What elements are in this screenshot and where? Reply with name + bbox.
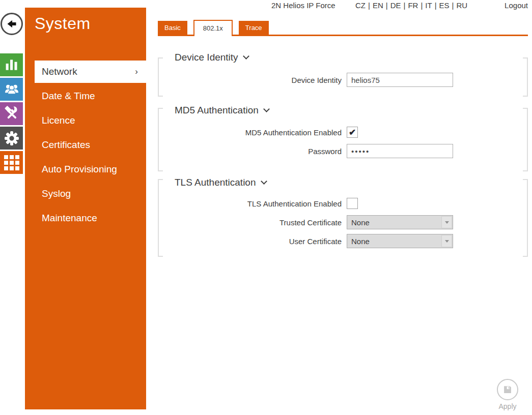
language-separator: | (452, 1, 454, 10)
floppy-disk-icon (502, 384, 513, 395)
section-title: Device Identity (175, 52, 238, 63)
device-identity-label: Device Identity (158, 76, 342, 84)
password-row: Password (158, 144, 453, 158)
sidebar: System Network › Date & Time Licence Cer… (25, 8, 146, 409)
language-link-ru[interactable]: RU (456, 1, 467, 10)
section-heading-tls-authentication[interactable]: TLS Authentication (175, 176, 266, 189)
left-arrow-icon (6, 18, 18, 30)
checkmark-icon: ✔ (349, 128, 356, 137)
device-identity-row: Device Identity (158, 73, 453, 87)
language-switcher: CZ|EN|DE|FR|IT|ES|RU (355, 1, 467, 10)
md5-enabled-label: MD5 Authentication Enabled (158, 128, 342, 137)
user-certificate-label: User Certificate (158, 237, 342, 246)
trusted-certificate-select[interactable]: None (347, 215, 453, 229)
sidebar-item-network[interactable]: Network › (35, 61, 146, 83)
apply-button[interactable]: Apply (489, 379, 526, 410)
section-heading-device-identity[interactable]: Device Identity (175, 51, 248, 64)
bar-chart-icon[interactable] (0, 53, 23, 76)
language-link-fr[interactable]: FR (408, 1, 418, 10)
md5-enabled-row: MD5 Authentication Enabled ✔ (158, 127, 358, 138)
grid-icon[interactable] (0, 151, 23, 174)
chevron-down-icon (243, 53, 249, 60)
language-separator: | (386, 1, 388, 10)
tab-basic[interactable]: Basic (158, 21, 187, 35)
chevron-down-icon (263, 106, 270, 112)
sidebar-item-licence[interactable]: Licence (35, 109, 146, 132)
chevron-down-icon (261, 178, 267, 185)
trusted-certificate-row: Trusted Certificate None (158, 215, 453, 229)
tab-bar: Basic 802.1x Trace (158, 19, 528, 36)
language-link-en[interactable]: EN (373, 1, 383, 10)
back-button[interactable] (1, 13, 23, 35)
sidebar-item-syslog[interactable]: Syslog (35, 183, 146, 205)
dropdown-arrow-icon (441, 235, 452, 247)
tls-enabled-row: TLS Authentication Enabled (158, 198, 358, 209)
language-link-cz[interactable]: CZ (355, 1, 366, 10)
language-link-de[interactable]: DE (390, 1, 401, 10)
language-separator: | (404, 1, 406, 10)
tools-icon[interactable] (0, 102, 23, 125)
product-title: 2N Helios IP Force (271, 1, 335, 10)
md5-enabled-checkbox[interactable]: ✔ (347, 127, 358, 138)
selected-value: None (347, 237, 441, 246)
user-certificate-row: User Certificate None (158, 234, 453, 248)
tls-enabled-checkbox[interactable] (347, 198, 358, 209)
dropdown-arrow-icon (441, 216, 452, 228)
users-icon[interactable] (0, 78, 23, 101)
password-label: Password (158, 147, 342, 156)
logout-link[interactable]: Logout (505, 1, 528, 10)
section-title: MD5 Authentication (175, 105, 259, 115)
section-title: TLS Authentication (175, 177, 256, 188)
sidebar-item-label: Network (42, 66, 77, 77)
sidebar-item-maintenance[interactable]: Maintenance (35, 207, 146, 229)
section-bracket (523, 179, 528, 257)
sidebar-menu: Network › Date & Time Licence Certificat… (25, 61, 146, 231)
language-separator: | (421, 1, 423, 10)
gear-icon[interactable] (0, 127, 23, 150)
tab-trace[interactable]: Trace (239, 21, 269, 35)
password-input[interactable] (347, 144, 453, 158)
apply-circle[interactable] (497, 379, 518, 400)
sidebar-item-auto-provisioning[interactable]: Auto Provisioning (35, 158, 146, 181)
trusted-certificate-label: Trusted Certificate (158, 218, 342, 227)
sidebar-item-date-time[interactable]: Date & Time (35, 85, 146, 107)
tls-enabled-label: TLS Authentication Enabled (158, 199, 342, 208)
section-bracket (523, 57, 528, 97)
sidebar-item-certificates[interactable]: Certificates (35, 134, 146, 156)
section-heading-md5-authentication[interactable]: MD5 Authentication (175, 104, 269, 117)
language-link-es[interactable]: ES (439, 1, 450, 10)
tab-802-1x[interactable]: 802.1x (193, 20, 233, 36)
chevron-right-icon: › (135, 67, 138, 77)
selected-value: None (347, 218, 441, 227)
apply-label: Apply (489, 402, 526, 410)
section-bracket (158, 108, 163, 171)
user-certificate-select[interactable]: None (347, 234, 453, 248)
page-title: System (25, 8, 146, 33)
language-link-it[interactable]: IT (425, 1, 432, 10)
section-bracket (523, 108, 528, 171)
language-separator: | (368, 1, 370, 10)
language-separator: | (435, 1, 437, 10)
device-identity-input[interactable] (347, 73, 453, 87)
module-icon-strip (0, 53, 23, 175)
